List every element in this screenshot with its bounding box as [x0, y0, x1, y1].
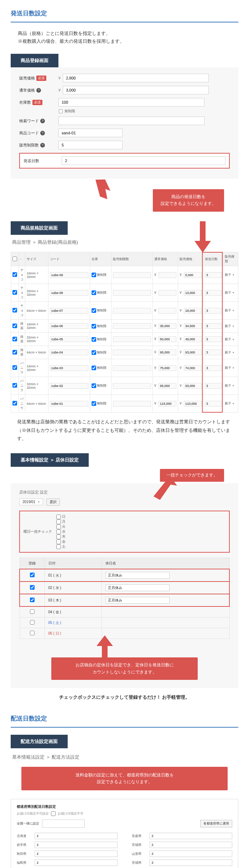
sku-limit-input[interactable] [113, 323, 151, 329]
sku-ship-input[interactable] [205, 383, 222, 389]
holiday-check[interactable] [30, 631, 35, 635]
dow-check-item[interactable]: 土 [56, 544, 66, 549]
sku-code-input[interactable] [50, 308, 88, 314]
sku-ship-input[interactable] [205, 350, 222, 355]
sku-sell-input[interactable] [184, 308, 202, 314]
sku-row-check[interactable] [12, 337, 17, 341]
sku-sell-input[interactable] [184, 336, 202, 342]
holiday-check[interactable] [30, 585, 35, 590]
holiday-name-input[interactable] [105, 597, 170, 604]
pref-days-input[interactable] [35, 851, 118, 857]
sku-sell-input[interactable] [184, 365, 202, 371]
holiday-check[interactable] [30, 598, 35, 602]
ship-days-input[interactable] [62, 156, 225, 165]
stock-input[interactable] [58, 98, 204, 107]
sku-row-check[interactable] [12, 383, 17, 388]
pref-days-input[interactable] [150, 833, 233, 839]
month-select-button[interactable]: 選択 [46, 498, 60, 506]
sku-limit-input[interactable] [113, 336, 151, 342]
pref-days-input[interactable] [35, 859, 118, 866]
sku-normal-input[interactable] [159, 350, 176, 355]
sku-code-input[interactable] [50, 401, 88, 407]
sku-code-input[interactable] [50, 365, 88, 371]
sku-normal-input[interactable] [159, 336, 176, 342]
sku-row-check[interactable] [12, 272, 17, 277]
sku-row-check[interactable] [12, 401, 17, 405]
sku-limit-input[interactable] [113, 272, 151, 278]
sku-sell-input[interactable] [184, 401, 202, 407]
no-date-checkbox[interactable] [51, 811, 56, 816]
sku-unlimited-check[interactable] [92, 350, 96, 355]
sku-code-input[interactable] [50, 323, 88, 329]
sku-normal-input[interactable] [159, 272, 176, 278]
pref-all-input[interactable] [42, 820, 85, 828]
sku-unlimited-check[interactable] [92, 337, 96, 342]
dow-checkbox[interactable] [56, 534, 61, 539]
unlimited-checkbox[interactable] [59, 109, 63, 113]
sku-sell-input[interactable] [184, 323, 202, 329]
sku-code-input[interactable] [50, 336, 88, 342]
sku-limit-input[interactable] [113, 350, 151, 355]
product-code-input[interactable] [58, 129, 123, 137]
sku-row-check[interactable] [12, 365, 17, 370]
dow-checkbox[interactable] [56, 544, 61, 549]
pref-days-input[interactable] [150, 859, 233, 866]
sku-row-check[interactable] [12, 350, 17, 355]
dow-check-item[interactable]: 月 [56, 519, 66, 524]
holiday-name-input[interactable] [105, 572, 170, 579]
sku-ship-input[interactable] [205, 365, 222, 371]
dow-checkbox[interactable] [56, 525, 61, 529]
sku-normal-input[interactable] [159, 308, 176, 314]
sale-limit-input[interactable] [58, 141, 123, 149]
sku-limit-input[interactable] [113, 290, 151, 296]
sku-unlimited-check[interactable] [92, 308, 96, 313]
sku-sell-input[interactable] [184, 350, 202, 355]
sku-unlimited-check[interactable] [92, 401, 96, 406]
dow-check-item[interactable]: 金 [56, 539, 66, 544]
sku-normal-input[interactable] [159, 383, 176, 389]
dow-checkbox[interactable] [56, 515, 61, 519]
normal-price-input[interactable] [63, 86, 209, 94]
holiday-check[interactable] [30, 620, 35, 625]
help-icon[interactable]: ? [40, 119, 45, 123]
sell-price-input[interactable] [63, 74, 209, 82]
help-icon[interactable]: ? [36, 88, 41, 93]
sku-ship-input[interactable] [205, 290, 222, 296]
holiday-name-input[interactable] [105, 584, 170, 591]
sku-ship-input[interactable] [205, 401, 222, 407]
sku-sell-input[interactable] [184, 272, 202, 278]
dow-check-item[interactable]: 水 [56, 529, 66, 534]
dow-check-item[interactable]: 火 [56, 524, 66, 529]
pref-days-input[interactable] [35, 833, 118, 839]
apply-all-button[interactable]: 各都道府県に適用 [200, 820, 232, 827]
sku-unlimited-check[interactable] [92, 383, 96, 388]
month-select[interactable]: 2019/01▼ [19, 498, 43, 505]
sku-limit-input[interactable] [113, 401, 151, 407]
dow-checkbox[interactable] [56, 539, 61, 544]
sku-ship-input[interactable] [205, 308, 222, 314]
sku-code-input[interactable] [50, 272, 88, 278]
sku-limit-input[interactable] [113, 365, 151, 371]
dow-check-item[interactable]: 木 [56, 534, 66, 539]
dow-check-item[interactable]: 日 [56, 514, 66, 519]
sku-limit-input[interactable] [113, 383, 151, 389]
pref-days-input[interactable] [35, 842, 118, 848]
sku-ship-input[interactable] [205, 272, 222, 278]
sku-limit-input[interactable] [113, 308, 151, 314]
holiday-check[interactable] [30, 573, 35, 577]
search-word-input[interactable] [58, 117, 204, 125]
dow-checkbox[interactable] [56, 529, 61, 534]
help-icon[interactable]: ? [40, 143, 45, 148]
sku-normal-input[interactable] [159, 365, 176, 371]
sku-row-check[interactable] [12, 308, 17, 312]
sku-sell-input[interactable] [184, 383, 202, 389]
sku-ship-input[interactable] [205, 336, 222, 342]
sku-unlimited-check[interactable] [92, 290, 96, 295]
sku-sell-input[interactable] [184, 290, 202, 296]
holiday-check[interactable] [30, 609, 35, 614]
sku-row-check[interactable] [12, 290, 17, 295]
pref-days-input[interactable] [150, 842, 233, 848]
sku-ship-input[interactable] [205, 323, 222, 329]
sku-check-all[interactable] [12, 257, 17, 261]
sku-unlimited-check[interactable] [92, 273, 96, 277]
